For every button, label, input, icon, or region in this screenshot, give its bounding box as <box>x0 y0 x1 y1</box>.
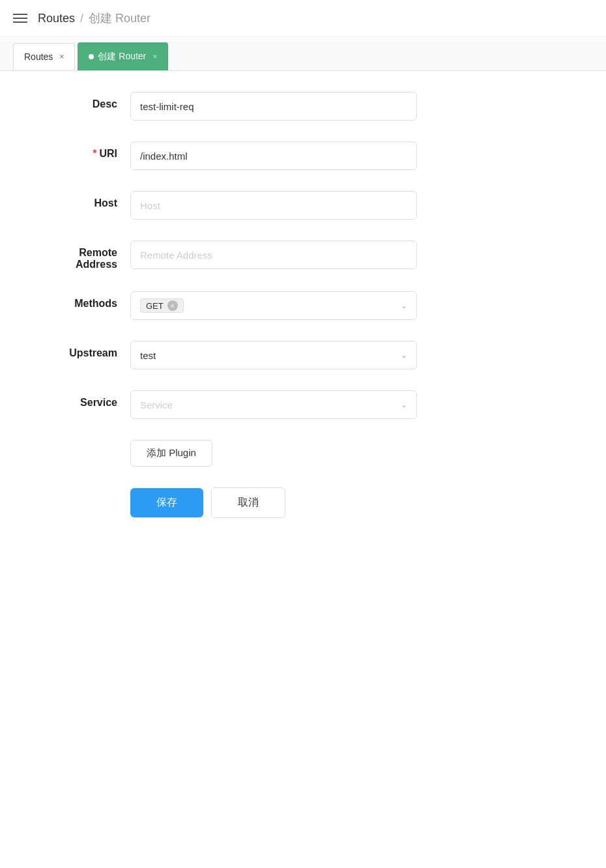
methods-tag-get-close[interactable]: × <box>167 300 178 311</box>
host-input[interactable] <box>130 191 417 220</box>
service-label: Service <box>26 390 130 409</box>
remote-label-line1: Remote <box>79 247 117 259</box>
uri-input[interactable] <box>130 141 417 170</box>
tabs-bar: Routes × 创建 Router × <box>0 37 606 71</box>
service-select-content: Service <box>140 399 401 411</box>
tab-active-dot <box>89 54 94 59</box>
form-row-remote-address: Remote Address <box>26 240 580 270</box>
desc-input[interactable] <box>130 92 417 121</box>
tab-create-router-close[interactable]: × <box>152 52 157 61</box>
form-row-upstream: Upstream test ⌄ <box>26 341 580 369</box>
main-content: Desc *URI Host Remote Address Methods GE… <box>0 71 606 539</box>
breadcrumb-current: 创建 Router <box>89 10 151 26</box>
save-button[interactable]: 保存 <box>130 488 203 517</box>
methods-label: Methods <box>26 291 130 310</box>
desc-label: Desc <box>26 92 130 110</box>
header: Routes / 创建 Router <box>0 0 606 37</box>
form-row-uri: *URI <box>26 141 580 170</box>
remote-label-line2: Address <box>76 259 117 270</box>
upstream-select[interactable]: test ⌄ <box>130 341 417 369</box>
breadcrumb-routes[interactable]: Routes <box>38 12 75 25</box>
tab-routes[interactable]: Routes × <box>13 43 75 70</box>
methods-select[interactable]: GET × ⌄ <box>130 291 417 320</box>
tab-routes-close[interactable]: × <box>59 52 64 61</box>
add-plugin-button[interactable]: 添加 Plugin <box>130 440 212 467</box>
host-label: Host <box>26 191 130 209</box>
upstream-chevron-down-icon: ⌄ <box>401 351 407 360</box>
service-select[interactable]: Service ⌄ <box>130 390 417 419</box>
uri-label: *URI <box>26 141 130 160</box>
methods-tag-get: GET × <box>140 298 184 313</box>
form-row-methods: Methods GET × ⌄ <box>26 291 580 320</box>
tab-create-router[interactable]: 创建 Router × <box>78 42 168 70</box>
form-row-add-plugin: 添加 Plugin <box>26 440 580 467</box>
breadcrumb-separator: / <box>80 12 83 25</box>
form-row-service: Service Service ⌄ <box>26 390 580 419</box>
upstream-select-content: test <box>140 350 401 361</box>
uri-required-mark: * <box>93 148 96 159</box>
cancel-button[interactable]: 取消 <box>211 487 285 518</box>
form-actions: 保存 取消 <box>130 487 580 518</box>
upstream-selected-value: test <box>140 350 156 361</box>
remote-address-label: Remote Address <box>26 240 130 270</box>
methods-select-content: GET × <box>140 298 401 313</box>
methods-chevron-down-icon: ⌄ <box>401 301 407 310</box>
tab-create-router-label: 创建 Router <box>98 51 146 63</box>
menu-icon[interactable] <box>13 14 27 23</box>
tab-routes-label: Routes <box>24 51 53 62</box>
form-row-host: Host <box>26 191 580 220</box>
methods-tag-get-label: GET <box>146 301 164 311</box>
service-chevron-down-icon: ⌄ <box>401 400 407 409</box>
breadcrumb: Routes / 创建 Router <box>38 10 151 26</box>
add-plugin-spacer <box>26 440 130 446</box>
service-placeholder: Service <box>140 399 173 411</box>
form-row-desc: Desc <box>26 92 580 121</box>
remote-address-input[interactable] <box>130 240 417 269</box>
upstream-label: Upstream <box>26 341 130 359</box>
